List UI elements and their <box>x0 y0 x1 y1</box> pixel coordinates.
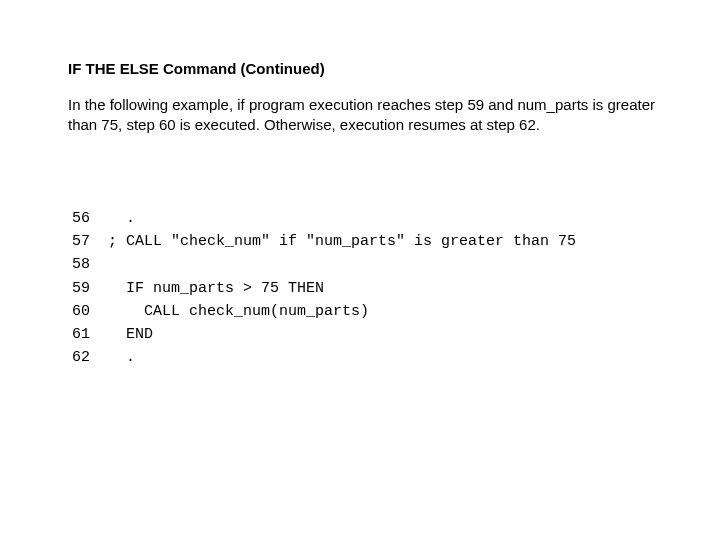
document-page: IF THE ELSE Command (Continued) In the f… <box>0 0 720 393</box>
line-number: 59 <box>56 277 90 300</box>
line-number: 61 <box>56 323 90 346</box>
line-text: IF num_parts > 75 THEN <box>108 280 324 297</box>
code-line: 62 . <box>56 349 135 366</box>
line-text: END <box>108 326 153 343</box>
code-line: 56 . <box>56 210 135 227</box>
intro-paragraph: In the following example, if program exe… <box>68 95 660 136</box>
line-number: 60 <box>56 300 90 323</box>
code-line: 59 IF num_parts > 75 THEN <box>56 280 324 297</box>
line-text: . <box>108 210 135 227</box>
line-number: 57 <box>56 230 90 253</box>
code-line: 61 END <box>56 326 153 343</box>
code-line: 58 <box>56 256 108 273</box>
line-number: 56 <box>56 207 90 230</box>
code-line: 57; CALL "check_num" if "num_parts" is g… <box>56 233 576 250</box>
line-text: . <box>108 349 135 366</box>
line-text: CALL check_num(num_parts) <box>108 303 369 320</box>
code-listing: 56 . 57; CALL "check_num" if "num_parts"… <box>56 184 660 393</box>
line-text: ; CALL "check_num" if "num_parts" is gre… <box>108 233 576 250</box>
line-number: 58 <box>56 253 90 276</box>
code-line: 60 CALL check_num(num_parts) <box>56 303 369 320</box>
section-heading: IF THE ELSE Command (Continued) <box>68 60 660 77</box>
line-number: 62 <box>56 346 90 369</box>
